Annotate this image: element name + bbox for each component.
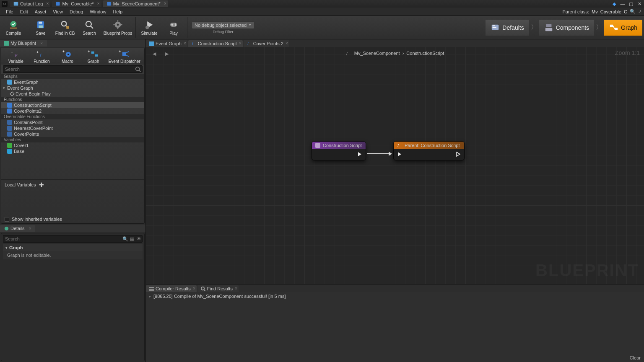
- expand-icon[interactable]: ▾: [5, 246, 8, 250]
- close-icon[interactable]: ×: [235, 286, 237, 291]
- details-search[interactable]: 🔍 ▦ 👁: [3, 235, 143, 243]
- compiler-message[interactable]: ▸ [9865.20] Compile of Mv_SceneComponent…: [149, 294, 641, 299]
- function-icon: f: [346, 50, 352, 56]
- doc-tab-coverable[interactable]: Mv_Coverable* ×: [52, 0, 101, 7]
- node-parent-construction[interactable]: f Parent: Construction Script: [393, 141, 465, 160]
- mode-graph[interactable]: Graph: [604, 20, 642, 36]
- add-function-button[interactable]: +f Function: [29, 49, 55, 64]
- function-icon: f: [397, 143, 402, 148]
- exec-in-pin[interactable]: [397, 152, 402, 157]
- clear-button[interactable]: Clear: [630, 355, 641, 360]
- debug-object-select[interactable]: No debug object selected ▼: [192, 21, 254, 29]
- tree-item-cover2[interactable]: CoverPoints2: [1, 108, 144, 114]
- mode-defaults[interactable]: Defaults: [486, 20, 529, 36]
- doc-tab-output-log[interactable]: Output Log ×: [10, 0, 50, 7]
- nav-back-button[interactable]: ◀: [150, 49, 158, 58]
- svg-rect-47: [122, 52, 126, 56]
- details-icon: [4, 226, 9, 231]
- tree-item-base[interactable]: Base: [1, 148, 144, 154]
- add-macro-button[interactable]: + Macro: [55, 49, 80, 64]
- close-icon[interactable]: ×: [97, 1, 100, 6]
- close-icon[interactable]: ×: [29, 226, 31, 231]
- close-icon[interactable]: ×: [239, 41, 242, 46]
- notification-icon[interactable]: ◆: [611, 1, 617, 7]
- doc-tab-label: Mv_SceneComponent*: [113, 1, 161, 6]
- exec-out-pin[interactable]: [456, 152, 461, 157]
- svg-line-34: [613, 26, 615, 28]
- tree-item-begin-play[interactable]: Event Begin Play: [1, 91, 144, 97]
- menu-debug[interactable]: Debug: [66, 8, 86, 15]
- menu-asset[interactable]: Asset: [31, 8, 50, 15]
- tree-item-cover1[interactable]: Cover1: [1, 142, 144, 148]
- checkbox[interactable]: [5, 217, 9, 222]
- node-construction-script[interactable]: Construction Script: [312, 141, 366, 160]
- props-label: Blueprint Props: [104, 31, 132, 36]
- tab-label: Event Graph: [156, 41, 182, 46]
- tree-item-construction[interactable]: ConstructionScript: [1, 102, 144, 108]
- close-icon[interactable]: ×: [286, 41, 288, 46]
- mode-components[interactable]: Components: [539, 20, 594, 36]
- menu-window[interactable]: Window: [86, 8, 109, 15]
- debug-filter-label: Debug Filter: [213, 30, 234, 34]
- tree-item-coverpoints[interactable]: CoverPoints: [1, 131, 144, 137]
- eye-icon[interactable]: 👁: [135, 235, 142, 242]
- tree-label: CoverPoints: [14, 132, 39, 137]
- grid-icon[interactable]: ▦: [129, 235, 135, 242]
- save-button[interactable]: Save: [29, 17, 52, 38]
- add-local-variable-button[interactable]: ✚: [39, 181, 44, 188]
- browse-class-icon[interactable]: ↗: [638, 9, 641, 14]
- graph-tab-construction[interactable]: f Construction Script ×: [188, 40, 243, 47]
- add-graph-button[interactable]: + Graph: [80, 49, 106, 64]
- mode-label: Components: [556, 24, 589, 31]
- nav-forward-button[interactable]: ▶: [163, 49, 171, 58]
- close-icon[interactable]: ×: [193, 286, 195, 291]
- details-category-graph[interactable]: ▾ Graph: [3, 244, 143, 251]
- expand-icon[interactable]: ▾: [3, 86, 6, 90]
- simulate-button[interactable]: Simulate: [138, 17, 161, 38]
- search-input[interactable]: [3, 235, 122, 242]
- graph-tab-event[interactable]: Event Graph ×: [146, 40, 187, 47]
- simulate-label: Simulate: [141, 31, 158, 36]
- close-icon[interactable]: ×: [184, 41, 186, 46]
- maximize-icon[interactable]: ▢: [628, 1, 634, 7]
- play-button[interactable]: Play: [162, 17, 185, 38]
- exec-out-pin[interactable]: [357, 152, 362, 157]
- details-tab[interactable]: Details ×: [0, 225, 35, 232]
- menu-view[interactable]: View: [49, 8, 66, 15]
- graph-canvas[interactable]: ◀ ▶ f Mv_SceneComponent › ConstructionSc…: [146, 47, 644, 284]
- menu-file[interactable]: File: [3, 8, 17, 15]
- add-variable-button[interactable]: +V Variable: [3, 49, 29, 64]
- close-icon[interactable]: ×: [47, 1, 49, 6]
- close-window-icon[interactable]: ✕: [636, 1, 642, 7]
- doc-tab-scenecomponent[interactable]: Mv_SceneComponent* ×: [103, 0, 168, 7]
- parent-class-link[interactable]: Mv_Coverable_C: [592, 9, 627, 14]
- compile-button[interactable]: Compile: [2, 17, 25, 38]
- details-panel: 🔍 ▦ 👁 ▾ Graph Graph is not editable.: [1, 233, 145, 361]
- show-inherited-row[interactable]: Show inherited variables: [1, 215, 144, 223]
- tree-item-nearest[interactable]: NearestCoverPoint: [1, 125, 144, 131]
- graph-tab-cover2[interactable]: f Cover Points 2 ×: [244, 40, 289, 47]
- tab-find-results[interactable]: Find Results ×: [197, 285, 239, 292]
- svg-point-5: [10, 21, 17, 27]
- tree-item-contains[interactable]: ContainsPoint: [1, 119, 144, 125]
- tab-compiler-results[interactable]: Compiler Results ×: [146, 285, 197, 292]
- tree-item-eventgraph-cat[interactable]: ▾Event Graph: [1, 85, 144, 91]
- my-blueprint-tab[interactable]: My Blueprint ×: [0, 40, 47, 47]
- close-icon[interactable]: ×: [40, 41, 43, 46]
- tree-item-eventgraph[interactable]: EventGraph: [1, 79, 144, 85]
- add-dispatcher-button[interactable]: + Event Dispatcher: [106, 49, 143, 64]
- menu-edit[interactable]: Edit: [17, 8, 31, 15]
- breadcrumb-root[interactable]: Mv_SceneComponent: [354, 51, 400, 56]
- blueprint-props-button[interactable]: Blueprint Props: [102, 17, 134, 38]
- search-class-icon[interactable]: 🔍: [630, 9, 636, 14]
- svg-rect-63: [149, 289, 154, 290]
- close-icon[interactable]: ×: [164, 1, 166, 6]
- search-button[interactable]: Search: [78, 17, 101, 38]
- minimize-icon[interactable]: —: [620, 1, 626, 7]
- menu-help[interactable]: Help: [109, 8, 126, 15]
- my-blueprint-panel: +V Variable +f Function + Macro + Graph …: [1, 48, 145, 224]
- my-blueprint-search[interactable]: [3, 65, 143, 73]
- add-dispatcher-label: Event Dispatcher: [109, 59, 140, 64]
- find-in-cb-button[interactable]: Find in CB: [53, 17, 77, 38]
- search-input[interactable]: [3, 66, 134, 72]
